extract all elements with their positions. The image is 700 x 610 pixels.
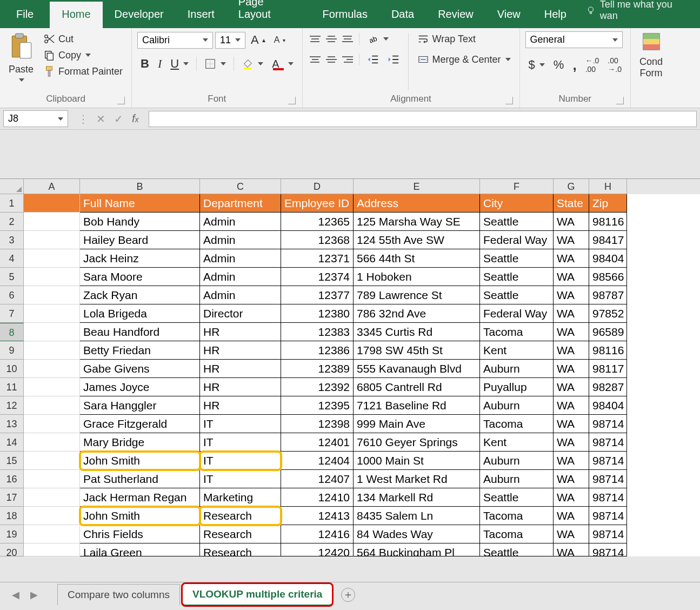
cell[interactable] (24, 470, 80, 488)
cell[interactable]: 1798 SW 45th St (354, 341, 480, 360)
cell[interactable]: 98714 (589, 543, 627, 556)
decrease-indent-button[interactable] (364, 52, 382, 67)
enter-icon[interactable]: ✓ (114, 112, 123, 125)
cell[interactable] (24, 304, 80, 323)
cell[interactable] (24, 378, 80, 396)
cell[interactable]: WA (554, 231, 589, 249)
row-header[interactable]: 18 (0, 507, 24, 525)
cell[interactable]: 98117 (589, 360, 627, 378)
cell[interactable]: Betty Friedan (80, 341, 200, 360)
col-header-F[interactable]: F (480, 179, 554, 194)
cell[interactable]: Sara Hanggler (80, 396, 200, 415)
cell[interactable] (24, 507, 80, 525)
cell[interactable]: Admin (200, 268, 281, 286)
cell[interactable]: 96589 (589, 323, 627, 341)
cell[interactable]: Research (200, 543, 281, 556)
sheet-tab-vlookup[interactable]: VLOOKUP multiple criteria (182, 584, 332, 606)
cell[interactable]: Admin (200, 231, 281, 249)
cell[interactable]: 12377 (281, 286, 354, 304)
decrease-decimal-button[interactable]: .00→.0 (604, 55, 625, 75)
cell[interactable]: 12420 (281, 543, 354, 556)
cell[interactable]: Seattle (480, 268, 554, 286)
cell[interactable]: Seattle (480, 249, 554, 268)
tab-review[interactable]: Review (426, 2, 485, 28)
cell[interactable]: 564 Buckingham Pl (354, 543, 480, 556)
cell[interactable]: Auburn (480, 360, 554, 378)
cell[interactable] (24, 452, 80, 470)
cell[interactable] (24, 525, 80, 543)
cell[interactable]: 98566 (589, 268, 627, 286)
cell[interactable]: 1 West Market Rd (354, 470, 480, 488)
format-painter-button[interactable]: Format Painter (40, 64, 126, 79)
cell[interactable]: 12389 (281, 360, 354, 378)
cell[interactable]: WA (554, 507, 589, 525)
col-header-C[interactable]: C (200, 179, 281, 194)
cell[interactable]: 566 44th St (354, 249, 480, 268)
cell[interactable]: 97852 (589, 304, 627, 323)
font-name-select[interactable]: Calibri (137, 32, 213, 49)
cell[interactable]: 98714 (589, 525, 627, 543)
cell[interactable] (24, 268, 80, 286)
cell[interactable]: 786 32nd Ave (354, 304, 480, 323)
cell[interactable]: WA (554, 213, 589, 231)
cell[interactable]: Seattle (480, 213, 554, 231)
cell[interactable]: Tacoma (480, 415, 554, 433)
tab-developer[interactable]: Developer (103, 2, 176, 28)
cell[interactable]: Sara Moore (80, 268, 200, 286)
cell[interactable]: 12410 (281, 488, 354, 507)
row-header[interactable]: 15 (0, 452, 24, 470)
cell[interactable]: 98714 (589, 507, 627, 525)
col-header-A[interactable]: A (24, 179, 80, 194)
tab-insert[interactable]: Insert (176, 2, 226, 28)
cell[interactable]: HR (200, 323, 281, 341)
cell[interactable] (24, 396, 80, 415)
cell[interactable]: 98417 (589, 231, 627, 249)
cell[interactable]: IT (200, 470, 281, 488)
cell[interactable]: 12401 (281, 433, 354, 452)
cell[interactable]: 12404 (281, 452, 354, 470)
row-header[interactable]: 14 (0, 433, 24, 452)
align-left-button[interactable] (308, 53, 322, 66)
cell[interactable]: Department (200, 194, 281, 213)
row-header[interactable]: 20 (0, 543, 24, 556)
cell[interactable] (24, 213, 80, 231)
cell[interactable]: 555 Kavanaugh Blvd (354, 360, 480, 378)
align-bottom-button[interactable] (341, 32, 355, 45)
cell[interactable]: WA (554, 396, 589, 415)
cell[interactable]: 12380 (281, 304, 354, 323)
cell[interactable]: 124 55th Ave SW (354, 231, 480, 249)
col-header-H[interactable]: H (589, 179, 627, 194)
cell[interactable]: WA (554, 268, 589, 286)
tab-home[interactable]: Home (50, 2, 102, 28)
row-header[interactable]: 7 (0, 304, 24, 323)
cell[interactable]: 12383 (281, 323, 354, 341)
dialog-launcher-icon[interactable] (505, 97, 513, 104)
cell[interactable] (24, 249, 80, 268)
cell[interactable] (24, 488, 80, 507)
fill-color-button[interactable] (238, 56, 266, 71)
cell[interactable]: WA (554, 378, 589, 396)
row-header[interactable]: 9 (0, 341, 24, 360)
row-header[interactable]: 13 (0, 415, 24, 433)
sheet-nav-next[interactable]: ▶ (26, 587, 42, 603)
cell[interactable]: 789 Lawrence St (354, 286, 480, 304)
conditional-formatting-button[interactable]: Cond Form (636, 31, 666, 80)
col-header-B[interactable]: B (80, 179, 200, 194)
cell[interactable]: WA (554, 452, 589, 470)
cell[interactable]: Kent (480, 341, 554, 360)
wrap-text-button[interactable]: Wrap Text (414, 31, 514, 47)
sheet-tab-compare[interactable]: Compare two columns (57, 584, 180, 605)
cell[interactable] (24, 323, 80, 341)
cell[interactable]: Employee ID (281, 194, 354, 213)
row-header[interactable]: 16 (0, 470, 24, 488)
cell[interactable]: Address (354, 194, 480, 213)
cell[interactable]: Tacoma (480, 507, 554, 525)
cell[interactable]: Research (200, 525, 281, 543)
cell[interactable]: Admin (200, 286, 281, 304)
cancel-icon[interactable]: ✕ (96, 112, 105, 125)
cell[interactable] (24, 231, 80, 249)
cell[interactable] (24, 415, 80, 433)
cell[interactable]: Jack Herman Regan (80, 488, 200, 507)
col-header-E[interactable]: E (354, 179, 480, 194)
cell[interactable]: 134 Markell Rd (354, 488, 480, 507)
